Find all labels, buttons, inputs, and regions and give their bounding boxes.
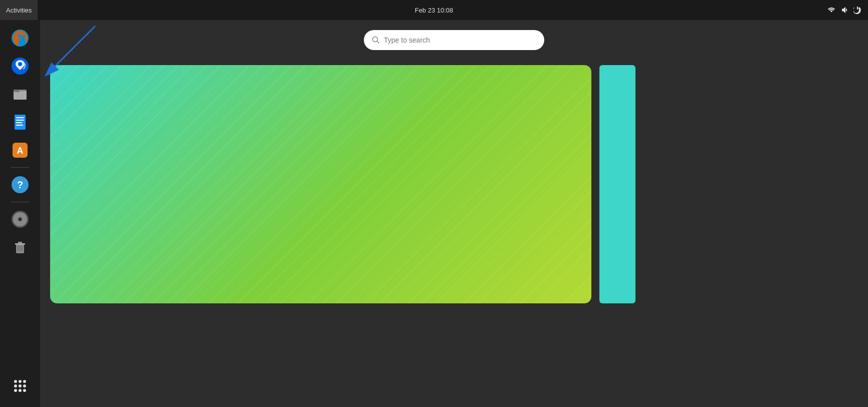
svg-rect-8 <box>16 120 24 121</box>
svg-rect-7 <box>16 117 24 118</box>
dock-item-writer[interactable] <box>7 109 33 135</box>
dock-item-dvd[interactable] <box>7 206 33 232</box>
dock-item-appstore[interactable]: A <box>7 137 33 163</box>
side-panel[interactable] <box>599 65 635 303</box>
volume-icon[interactable] <box>840 6 849 15</box>
dock-separator-1 <box>11 167 29 168</box>
dock-item-files[interactable] <box>7 81 33 107</box>
grid-dots-icon <box>14 380 26 392</box>
svg-rect-10 <box>16 125 23 126</box>
desktop-area <box>40 60 868 407</box>
dock-separator-2 <box>11 202 29 202</box>
dock-item-help[interactable]: ? <box>7 172 33 198</box>
svg-rect-4 <box>14 91 27 100</box>
dock: A ? <box>0 20 40 407</box>
search-input[interactable] <box>384 36 536 44</box>
activities-button[interactable]: Activities <box>0 0 38 20</box>
power-icon[interactable] <box>853 6 862 15</box>
search-icon <box>372 36 380 44</box>
topbar: Activities Feb 23 10:08 <box>0 0 868 20</box>
window-preview[interactable] <box>50 65 591 303</box>
dock-item-trash[interactable] <box>7 234 33 260</box>
show-apps-button[interactable] <box>7 373 33 399</box>
svg-text:A: A <box>17 146 24 156</box>
search-bar <box>364 30 544 50</box>
svg-rect-5 <box>14 90 20 92</box>
svg-point-2 <box>18 62 22 66</box>
clock: Feb 23 10:08 <box>415 7 454 14</box>
dock-item-firefox[interactable] <box>7 25 33 51</box>
svg-point-18 <box>19 218 21 220</box>
svg-text:?: ? <box>17 179 23 190</box>
dock-item-thunderbird[interactable] <box>7 53 33 79</box>
system-tray <box>827 6 868 15</box>
search-container <box>40 20 868 60</box>
svg-rect-21 <box>18 242 22 244</box>
svg-line-26 <box>377 42 379 44</box>
svg-rect-9 <box>16 122 22 123</box>
activities-label: Activities <box>6 7 32 14</box>
network-icon[interactable] <box>827 6 836 15</box>
